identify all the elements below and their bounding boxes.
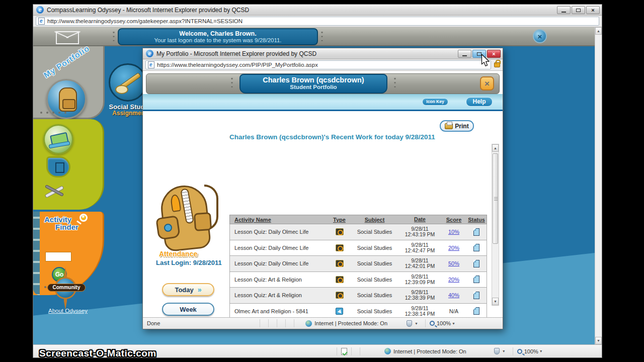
popup-minimize-button[interactable]	[458, 50, 471, 58]
column-header-score[interactable]: Score	[441, 217, 466, 223]
score-cell[interactable]: 50%	[441, 260, 466, 266]
status-page-icon[interactable]	[473, 244, 479, 251]
scroll-up-arrow[interactable]: ▲	[492, 144, 499, 152]
rivets-decoration	[231, 77, 233, 87]
scrollbar-thumb[interactable]	[493, 153, 498, 244]
table-row[interactable]: Lesson Quiz: Daily Olmec Life Social Stu…	[229, 240, 487, 256]
welcome-banner: Welcome, Charles Brown. Your last logon …	[118, 28, 318, 45]
screencast-watermark: Screencast-O-Matic.com	[39, 348, 156, 359]
popup-titlebar[interactable]: e My Portfolio - Microsoft Internet Expl…	[143, 48, 503, 59]
activity-name-cell: Lesson Quiz: Art & Religion	[230, 292, 328, 298]
table-body: Lesson Quiz: Daily Olmec Life Social Stu…	[229, 224, 487, 317]
column-header-date[interactable]: Date	[398, 217, 441, 222]
portfolio-close-x-button[interactable]: ×	[480, 76, 494, 90]
my-portfolio-popup-window: e My Portfolio - Microsoft Internet Expl…	[142, 48, 503, 329]
date-cell: 9/28/1112:38:39 PM	[398, 290, 441, 301]
score-cell[interactable]: 10%	[441, 229, 466, 235]
subject-cell: Social Studies	[351, 277, 398, 283]
icon-key-button[interactable]: Icon Key	[422, 98, 448, 106]
ie-icon: e	[146, 50, 153, 57]
scroll-icon	[115, 85, 128, 94]
table-row[interactable]: Lesson Quiz: Art & Religion Social Studi…	[229, 272, 487, 288]
subject-cell: Social Studies	[351, 229, 398, 235]
activity-finder-input[interactable]	[45, 252, 71, 261]
column-header-type[interactable]: Type	[328, 217, 351, 223]
table-row[interactable]: Lesson Quiz: Daily Olmec Life Social Stu…	[229, 224, 487, 240]
popup-window-title: My Portfolio - Microsoft Internet Explor…	[156, 50, 316, 57]
quiz-type-icon	[336, 228, 344, 235]
main-zoom-level: 100%	[524, 348, 538, 354]
page-favicon-icon	[148, 61, 154, 68]
my-portfolio-panel: My Portfolio	[33, 46, 105, 119]
zoom-magnifier-icon	[517, 349, 522, 354]
table-row[interactable]: Lesson Quiz: Art & Religion Social Studi…	[229, 288, 487, 304]
date-cell: 9/28/1112:42:47 PM	[398, 242, 441, 253]
portfolio-scrollbar[interactable]: ▲ ▼	[492, 144, 499, 306]
status-page-icon[interactable]	[473, 276, 479, 283]
quiz-type-icon	[336, 260, 344, 267]
mail-icon[interactable]	[56, 31, 79, 44]
dropdown-arrow-icon[interactable]: ▼	[415, 322, 418, 325]
page-button[interactable]	[46, 156, 70, 177]
column-header-activity-name[interactable]: Activity Name	[230, 217, 328, 223]
quiz-type-icon	[336, 292, 344, 299]
today-button[interactable]: Today»	[162, 283, 214, 296]
backpack-pocket	[194, 212, 212, 231]
column-header-status[interactable]: Status	[466, 217, 487, 223]
score-cell[interactable]: 40%	[441, 292, 466, 298]
status-page-icon[interactable]	[473, 292, 479, 299]
main-titlebar[interactable]: e CompassLearning Odyssey - Microsoft In…	[33, 5, 602, 16]
zoom-dropdown-arrow-icon[interactable]: ▼	[452, 322, 455, 325]
print-button[interactable]: Print	[440, 120, 474, 132]
community-label[interactable]: Community	[47, 284, 86, 292]
status-page-icon[interactable]	[473, 260, 479, 267]
zoom-magnifier-icon	[430, 321, 435, 326]
table-row[interactable]: Olmec Art and Religion - 5841 Social Stu…	[229, 304, 487, 318]
maximize-button[interactable]	[572, 6, 585, 14]
logout-x-button[interactable]: ×	[533, 29, 547, 43]
help-button[interactable]: Help	[466, 97, 493, 107]
close-button[interactable]: ×	[586, 6, 600, 14]
zoom-dropdown-arrow-icon[interactable]: ▼	[539, 349, 543, 353]
subject-cell: Social Studies	[351, 308, 398, 314]
activity-finder-label: Activity Finder	[44, 216, 78, 231]
status-page-icon[interactable]	[473, 228, 479, 236]
status-page-icon[interactable]	[473, 307, 479, 315]
table-row[interactable]: Lesson Quiz: Daily Olmec Life Social Stu…	[229, 256, 487, 272]
ie-icon: e	[36, 6, 44, 14]
page-favicon-icon	[38, 18, 45, 25]
main-addressbar: http://www.thelearningodyssey.com/gateke…	[33, 16, 602, 27]
student-banner: Charles Brown (qcsdcbrown) Student Portf…	[239, 74, 387, 94]
attendance-label[interactable]: Attendance	[159, 250, 197, 258]
backpack-illustration	[153, 175, 228, 261]
main-url: http://www.thelearningodyssey.com/gateke…	[47, 18, 243, 24]
activity-type-icon	[336, 308, 343, 315]
popup-address-input[interactable]: https://www.thelearningodyssey.com/PIP/P…	[145, 60, 491, 69]
recent-work-table: Activity Name Type Subject Date Score St…	[229, 215, 487, 317]
about-odyssey-link[interactable]: About Odyssey	[48, 308, 88, 314]
score-cell[interactable]: 20%	[441, 245, 466, 251]
mouse-cursor	[481, 54, 490, 70]
screen: e CompassLearning Odyssey - Microsoft In…	[0, 0, 644, 362]
community-badge[interactable]: Community	[54, 277, 79, 302]
student-portfolio-subtitle: Student Portfolio	[240, 84, 386, 90]
scroll-down-arrow[interactable]: ▼	[595, 337, 602, 344]
minimize-button[interactable]	[557, 6, 571, 14]
scroll-up-arrow[interactable]: ▲	[595, 27, 602, 35]
score-cell[interactable]: 20%	[441, 277, 466, 283]
main-scrollbar[interactable]: ▲ ▼	[595, 27, 602, 344]
scroll-down-arrow[interactable]: ▼	[492, 298, 499, 305]
main-address-input[interactable]: http://www.thelearningodyssey.com/gateke…	[36, 17, 599, 26]
popup-security-zone: Internet | Protected Mode: On	[314, 320, 387, 326]
week-button[interactable]: Week	[162, 303, 214, 316]
subject-cell: Social Studies	[351, 260, 398, 266]
tools-icon[interactable]	[43, 182, 66, 202]
recent-work-content: Print Charles Brown (qcsdcbrown)'s Recen…	[146, 111, 491, 317]
printer-icon	[445, 123, 453, 129]
portfolio-page: Charles Brown (qcsdcbrown) Student Portf…	[143, 71, 503, 317]
social-studies-assignment-icon[interactable]	[109, 63, 147, 102]
column-header-subject[interactable]: Subject	[351, 217, 398, 223]
globe-icon	[305, 320, 312, 327]
launchpad-button[interactable]	[43, 124, 73, 154]
dropdown-arrow-icon[interactable]: ▼	[502, 349, 506, 353]
